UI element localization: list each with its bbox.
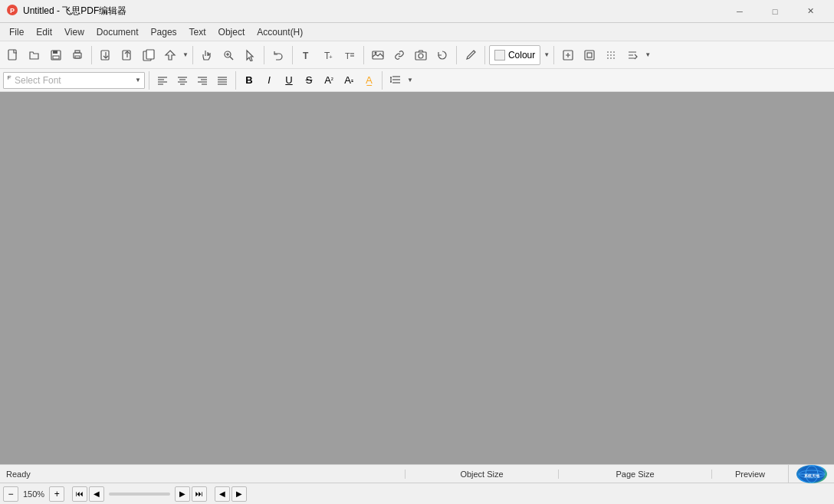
line-spacing-dropdown-arrow[interactable]: ▼: [407, 77, 413, 83]
save-button[interactable]: [46, 45, 66, 65]
right-dropdown-arrow[interactable]: ▼: [645, 51, 651, 58]
separator-1: [91, 46, 92, 64]
strikethrough-button[interactable]: S: [300, 71, 318, 90]
menu-document[interactable]: Document: [90, 25, 145, 39]
status-ready: Ready: [0, 470, 405, 479]
pen-button[interactable]: [461, 45, 481, 65]
separator-7: [484, 46, 485, 64]
colour-swatch: [494, 50, 505, 61]
svg-text:T: T: [345, 51, 350, 61]
font-icon: ꟳ: [7, 76, 11, 85]
text-tool3-button[interactable]: T: [340, 45, 360, 65]
separator-8: [553, 46, 554, 64]
camera-button[interactable]: [411, 45, 431, 65]
svg-rect-9: [101, 51, 109, 60]
maximize-button[interactable]: □: [757, 0, 793, 23]
superscript-button[interactable]: A²: [320, 71, 338, 90]
next-page-button[interactable]: ▶: [175, 486, 190, 502]
colour-button[interactable]: Colour: [489, 45, 540, 65]
open-button[interactable]: [25, 45, 44, 65]
separator-3: [264, 46, 264, 64]
menu-text[interactable]: Text: [183, 25, 212, 39]
titlebar-left: P Untitled - 飞思PDF编辑器: [6, 4, 126, 18]
page-slider[interactable]: [109, 493, 170, 496]
status-page-size: Page Size: [558, 470, 711, 479]
titlebar-controls: ─ □ ✕: [722, 0, 828, 23]
font-select[interactable]: ꟳ Select Font ▼: [3, 72, 145, 89]
underline-button[interactable]: U: [280, 71, 298, 90]
toolbar-dropdown-arrow[interactable]: ▼: [182, 51, 189, 58]
menu-pages[interactable]: Pages: [145, 25, 183, 39]
separator-6: [456, 46, 457, 64]
menu-account[interactable]: Account(H): [251, 25, 309, 39]
svg-rect-31: [587, 53, 592, 57]
zoom-in-button[interactable]: +: [49, 486, 64, 502]
pan-right-button[interactable]: ▶: [231, 486, 247, 502]
text-tool2-button[interactable]: T+: [318, 45, 338, 65]
image-button[interactable]: [368, 45, 388, 65]
separator-2: [192, 46, 193, 64]
status-preview: Preview: [711, 470, 788, 479]
text-tool-button[interactable]: T: [297, 45, 317, 65]
font-select-placeholder: Select Font: [15, 75, 135, 86]
zoom-out-button[interactable]: −: [3, 486, 18, 502]
first-page-button[interactable]: ⏮: [72, 486, 87, 502]
right-tool2-button[interactable]: [580, 45, 599, 65]
export3-button[interactable]: [160, 45, 180, 65]
new-button[interactable]: [3, 45, 23, 65]
export2-button[interactable]: [139, 45, 159, 65]
zoom-button[interactable]: [218, 45, 238, 65]
align-right-button[interactable]: [193, 71, 212, 90]
svg-rect-4: [53, 51, 57, 54]
highlight-button[interactable]: A̲: [360, 71, 378, 90]
separator-fmt-3: [382, 71, 383, 90]
print-button[interactable]: [67, 45, 87, 65]
menu-object[interactable]: Object: [212, 25, 251, 39]
link-button[interactable]: [389, 45, 409, 65]
select-button[interactable]: [240, 45, 260, 65]
bold-button[interactable]: B: [240, 71, 258, 90]
menu-edit[interactable]: Edit: [30, 25, 58, 39]
app-title: Untitled - 飞思PDF编辑器: [23, 5, 126, 18]
menu-file[interactable]: File: [3, 25, 30, 39]
toolbar1: ▼ T T+ T Colour: [0, 41, 834, 69]
right-tool3-button[interactable]: [601, 45, 621, 65]
right-tool4-button[interactable]: [622, 45, 642, 65]
svg-rect-8: [75, 56, 80, 58]
colour-label: Colour: [508, 50, 535, 61]
align-center-button[interactable]: [173, 71, 192, 90]
svg-point-26: [374, 51, 376, 54]
hand-tool-button[interactable]: [197, 45, 217, 65]
italic-button[interactable]: I: [260, 71, 278, 90]
export-button[interactable]: [117, 45, 137, 65]
undo-button[interactable]: [268, 45, 288, 65]
minimize-button[interactable]: ─: [722, 0, 757, 23]
menu-view[interactable]: View: [58, 25, 90, 39]
svg-rect-5: [53, 56, 59, 59]
svg-point-28: [419, 54, 423, 58]
close-button[interactable]: ✕: [793, 0, 828, 23]
rotate-button[interactable]: [432, 45, 452, 65]
prev-page-button[interactable]: ◀: [89, 486, 104, 502]
subscript-button[interactable]: A₂: [340, 71, 358, 90]
app-icon: P: [6, 4, 18, 18]
colour-dropdown-arrow[interactable]: ▼: [543, 51, 550, 58]
separator-5: [363, 46, 364, 64]
align-left-button[interactable]: [153, 71, 172, 90]
bottombar: − 150% + ⏮ ◀ ▶ ⏭ ◀ ▶: [0, 483, 834, 504]
line-spacing-button[interactable]: [386, 71, 405, 90]
separator-fmt-2: [235, 71, 236, 90]
svg-rect-2: [8, 50, 16, 60]
toolbar2: ꟳ Select Font ▼ B I U S A² A₂ A̲ ▼: [0, 69, 834, 92]
svg-line-16: [230, 57, 233, 60]
last-page-button[interactable]: ⏭: [192, 486, 207, 502]
right-tool1-button[interactable]: [558, 45, 578, 65]
pan-left-button[interactable]: ◀: [215, 486, 230, 502]
import-button[interactable]: [96, 45, 116, 65]
svg-text:+: +: [329, 54, 333, 61]
separator-fmt-1: [149, 71, 149, 90]
svg-rect-14: [146, 50, 154, 59]
separator-4: [292, 46, 293, 64]
align-justify-button[interactable]: [213, 71, 231, 90]
svg-text:T: T: [303, 51, 309, 61]
